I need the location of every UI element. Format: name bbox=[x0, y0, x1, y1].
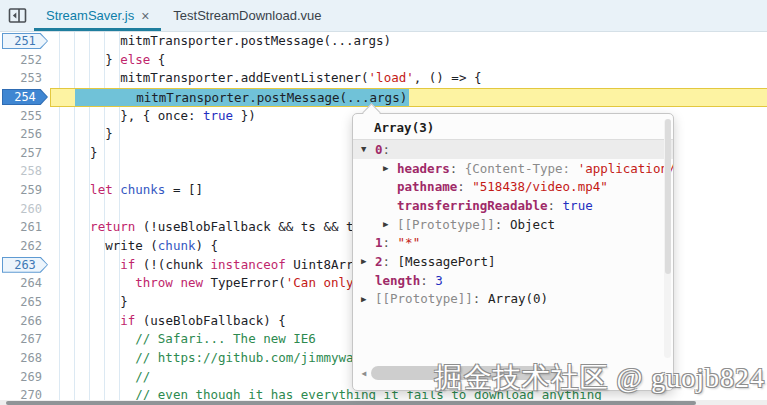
gutter-cell[interactable]: 254 bbox=[0, 88, 50, 107]
chevron-collapsed-icon[interactable]: ▶ bbox=[383, 163, 397, 173]
line-number: 267 bbox=[0, 330, 42, 349]
line-number: 262 bbox=[0, 237, 42, 256]
gutter-cell[interactable]: 256 bbox=[0, 125, 50, 144]
line-number: 266 bbox=[0, 312, 42, 331]
tab-streamsaver[interactable]: StreamSaver.js × bbox=[34, 0, 161, 31]
code-text: }, { once: true }) bbox=[50, 108, 256, 123]
popup-title: Array(3) bbox=[353, 114, 673, 140]
tree-row[interactable]: ▶2: [MessagePort] bbox=[353, 252, 673, 271]
chevron-collapsed-icon[interactable]: ▶ bbox=[383, 219, 397, 229]
line-number: 265 bbox=[0, 293, 42, 312]
scroll-left-arrow-icon[interactable]: ◀ bbox=[357, 369, 371, 378]
tree-row[interactable]: ▶[[Prototype]]: Array(0) bbox=[353, 290, 673, 309]
code-content[interactable]: } else { bbox=[50, 51, 767, 70]
tree-row-text: [[Prototype]]: Object bbox=[397, 217, 555, 232]
tree-row-text: 2: [MessagePort] bbox=[375, 254, 495, 269]
tree-row[interactable]: ▶headers: {Content-Type: 'application/oc… bbox=[353, 159, 673, 178]
line-number: 252 bbox=[0, 51, 42, 70]
line-number: 268 bbox=[0, 349, 42, 368]
gutter-cell[interactable]: 263 bbox=[0, 256, 50, 275]
line-number: 253 bbox=[0, 69, 42, 88]
current-line-marker[interactable]: 254 bbox=[2, 89, 48, 105]
code-text bbox=[50, 201, 60, 216]
code-text bbox=[50, 163, 60, 178]
gutter-cell[interactable]: 266 bbox=[0, 312, 50, 331]
gutter-cell[interactable]: 265 bbox=[0, 293, 50, 312]
tree-row[interactable]: length: 3 bbox=[353, 271, 673, 290]
line-number: 255 bbox=[0, 107, 42, 126]
line-number: 264 bbox=[0, 274, 42, 293]
gutter-cell[interactable]: 252 bbox=[0, 51, 50, 70]
scrollbar-thumb[interactable] bbox=[665, 119, 671, 274]
code-text: write (chunk) { bbox=[50, 238, 218, 253]
chevron-collapsed-icon[interactable]: ▶ bbox=[361, 256, 375, 266]
line-number: 251 bbox=[2, 33, 48, 49]
breakpoint-marker[interactable]: 263 bbox=[2, 257, 48, 273]
line-number: 263 bbox=[2, 257, 48, 273]
chevron-collapsed-icon[interactable]: ▶ bbox=[361, 294, 375, 304]
close-icon[interactable]: × bbox=[141, 9, 149, 23]
code-line[interactable]: 251 mitmTransporter.postMessage(...args) bbox=[0, 32, 767, 51]
tree-row[interactable]: 1: "*" bbox=[353, 233, 673, 252]
code-text: } bbox=[50, 126, 113, 141]
code-line[interactable]: 253 mitmTransporter.addEventListener('lo… bbox=[0, 69, 767, 88]
line-number: 260 bbox=[0, 200, 42, 219]
breakpoint-marker[interactable]: 251 bbox=[2, 33, 48, 49]
gutter-cell[interactable]: 267 bbox=[0, 330, 50, 349]
gutter-cell[interactable]: 260 bbox=[0, 200, 50, 219]
gutter-cell[interactable]: 255 bbox=[0, 107, 50, 126]
tree-row[interactable]: transferringReadable: true bbox=[353, 196, 673, 215]
gutter-cell[interactable]: 262 bbox=[0, 237, 50, 256]
tree-row-text: length: 3 bbox=[375, 273, 443, 288]
code-line[interactable]: 252 } else { bbox=[0, 51, 767, 70]
editor-horizontal-scrollbar[interactable] bbox=[0, 400, 767, 405]
tree-row-text: [[Prototype]]: Array(0) bbox=[375, 291, 548, 306]
tree-row-text: transferringReadable: true bbox=[397, 198, 593, 213]
tree-row[interactable]: ▶[[Prototype]]: Object bbox=[353, 215, 673, 234]
watermark: 掘金技术社区 @ guojb824 bbox=[434, 359, 765, 397]
gutter-cell[interactable]: 258 bbox=[0, 162, 50, 181]
code-text: // bbox=[50, 369, 150, 384]
tree-row-text: headers: {Content-Type: 'application/oct… bbox=[397, 161, 673, 176]
code-text: mitmTransporter.postMessage(...args) bbox=[50, 33, 391, 48]
code-text: } else { bbox=[50, 52, 165, 67]
code-text: mitmTransporter.addEventListener('load',… bbox=[50, 70, 481, 85]
line-number: 257 bbox=[0, 144, 42, 163]
line-number: 258 bbox=[0, 162, 42, 181]
panel-toggle-icon bbox=[8, 7, 27, 24]
line-number: 259 bbox=[0, 181, 42, 200]
code-line[interactable]: 254 mitmTransporter.postMessage(...args) bbox=[0, 88, 767, 107]
line-number: 269 bbox=[0, 368, 42, 387]
code-text: let chunks = [] bbox=[50, 182, 203, 197]
code-text: // Safari... The new IE6 bbox=[50, 331, 316, 346]
code-text: } bbox=[50, 294, 128, 309]
gutter-cell[interactable]: 253 bbox=[0, 69, 50, 88]
code-text: if (!(chunk instanceof Uint8Array)) { bbox=[50, 257, 399, 272]
gutter-cell[interactable]: 251 bbox=[0, 32, 50, 51]
tree-row[interactable]: pathname: "518438/video.mp4" bbox=[353, 177, 673, 196]
gutter-cell[interactable]: 257 bbox=[0, 144, 50, 163]
gutter-cell[interactable]: 261 bbox=[0, 218, 50, 237]
scrollbar-thumb[interactable] bbox=[6, 401, 696, 405]
tree-row-text: 0: bbox=[375, 142, 398, 157]
tree-row-text: 1: "*" bbox=[375, 235, 420, 250]
tab-label: TestStreamDownload.vue bbox=[173, 8, 321, 23]
gutter-cell[interactable]: 269 bbox=[0, 368, 50, 387]
chevron-expanded-icon[interactable]: ▼ bbox=[361, 144, 375, 154]
code-text: mitmTransporter.postMessage(...args) bbox=[51, 90, 407, 105]
tab-teststreamdownload[interactable]: TestStreamDownload.vue bbox=[161, 0, 333, 31]
gutter-cell[interactable]: 264 bbox=[0, 274, 50, 293]
gutter-cell[interactable]: 259 bbox=[0, 181, 50, 200]
tree-row[interactable]: ▼0: bbox=[353, 140, 673, 159]
gutter-cell[interactable]: 268 bbox=[0, 349, 50, 368]
line-number: 256 bbox=[0, 125, 42, 144]
code-text: if (useBlobFallback) { bbox=[50, 313, 286, 328]
popup-vertical-scrollbar[interactable] bbox=[664, 119, 671, 358]
panel-toggle-button[interactable] bbox=[0, 0, 34, 31]
line-number: 254 bbox=[2, 89, 48, 105]
code-content[interactable]: mitmTransporter.postMessage(...args) bbox=[50, 88, 767, 107]
code-content[interactable]: mitmTransporter.postMessage(...args) bbox=[50, 32, 767, 51]
code-content[interactable]: mitmTransporter.addEventListener('load',… bbox=[50, 69, 767, 88]
tree-row-text: pathname: "518438/video.mp4" bbox=[397, 179, 608, 194]
tab-bar: StreamSaver.js × TestStreamDownload.vue bbox=[0, 0, 767, 32]
